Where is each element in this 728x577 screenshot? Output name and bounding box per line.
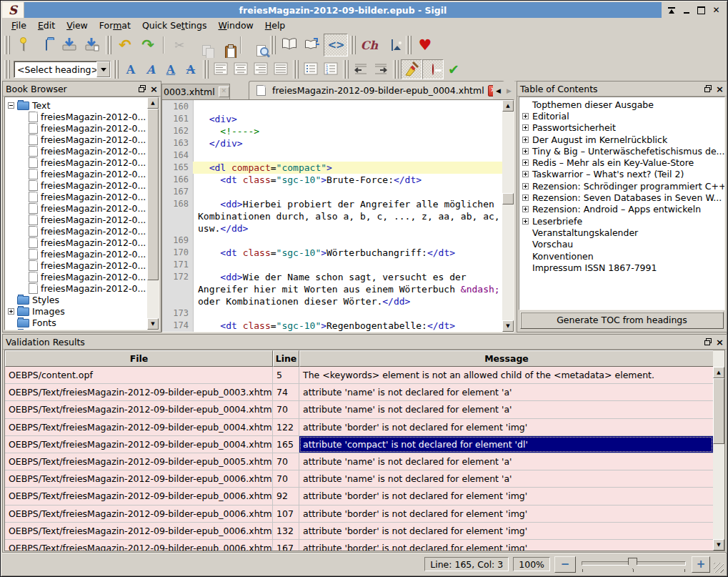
tree-file-item[interactable]: freiesMagazin-2012-0... xyxy=(5,168,159,179)
scroll-down-icon[interactable]: ▼ xyxy=(713,539,724,551)
scroll-up-icon[interactable]: ▲ xyxy=(502,100,514,112)
code-line[interactable]: 169 xyxy=(162,235,502,247)
code-line[interactable]: 161 <div> xyxy=(162,113,502,125)
table-row[interactable]: OEBPS/Text/freiesMagazin-2012-09-bilder-… xyxy=(5,419,724,436)
toc-item[interactable]: Veranstaltungskalender xyxy=(519,227,724,238)
close-panel-icon[interactable]: × xyxy=(716,84,724,94)
slider-handle[interactable] xyxy=(628,558,637,569)
expand-icon[interactable] xyxy=(8,308,14,315)
toc-item[interactable]: Vorschau xyxy=(519,239,724,250)
tree-file-item[interactable]: freiesMagazin-2012-0... xyxy=(5,248,159,260)
save-button[interactable] xyxy=(58,34,81,56)
toc-item[interactable]: Taskwarrior – What's next? (Teil 2) xyxy=(519,169,724,180)
align-center-button[interactable] xyxy=(231,60,251,79)
indent-button[interactable] xyxy=(371,60,391,79)
scroll-thumb[interactable] xyxy=(502,193,514,204)
tree-folder-item[interactable]: Misc xyxy=(5,328,159,330)
book-view-button[interactable] xyxy=(278,34,301,56)
new-file-button[interactable] xyxy=(12,34,35,56)
table-row[interactable]: OEBPS/Text/freiesMagazin-2012-09-bilder-… xyxy=(5,488,724,505)
zoom-out-button[interactable]: − xyxy=(554,556,576,573)
toolbar-grip[interactable] xyxy=(406,36,412,54)
tree-file-item[interactable]: freiesMagazin-2012-0... xyxy=(5,122,159,134)
scroll-up-icon[interactable]: ▲ xyxy=(713,367,724,378)
code-line[interactable]: 173 xyxy=(162,307,502,320)
bullet-list-button[interactable] xyxy=(301,60,321,79)
menu-edit[interactable]: Edit xyxy=(33,19,60,32)
code-line[interactable]: 162 <!----> xyxy=(162,125,502,137)
toolbar-grip[interactable] xyxy=(350,36,356,54)
tree-folder-item[interactable]: Fonts xyxy=(5,317,159,328)
tab-scroll-right-icon[interactable]: ▶ xyxy=(504,82,514,99)
code-editor[interactable]: 160161 <div>162 <!---->163 </div>164165 … xyxy=(161,99,514,332)
float-panel-icon[interactable] xyxy=(704,338,712,345)
float-panel-icon[interactable] xyxy=(704,85,712,92)
code-line[interactable]: 170 <dt class="sgc-10">Wörterbuchangriff… xyxy=(162,247,502,259)
column-header-message[interactable]: Message xyxy=(299,350,713,367)
scroll-thumb[interactable] xyxy=(713,378,724,444)
code-line[interactable]: 168 <dd>Hierbei probiert der Angreifer a… xyxy=(162,198,502,235)
underline-button[interactable]: A xyxy=(161,60,181,79)
column-header-file[interactable]: File xyxy=(5,350,273,367)
expand-icon[interactable] xyxy=(522,124,529,131)
toolbar-grip[interactable] xyxy=(4,60,10,79)
scroll-thumb[interactable] xyxy=(147,109,159,280)
toolbar-grip[interactable] xyxy=(270,36,276,54)
collapse-icon[interactable] xyxy=(8,102,14,109)
menu-file[interactable]: File xyxy=(6,19,31,32)
expand-icon[interactable] xyxy=(522,159,529,166)
tree-folder-item[interactable]: Images xyxy=(5,305,159,317)
table-row[interactable]: OEBPS/Text/freiesMagazin-2012-09-bilder-… xyxy=(5,436,724,453)
menu-format[interactable]: Format xyxy=(94,19,136,32)
toolbar-grip[interactable] xyxy=(203,60,209,79)
open-folder-button[interactable] xyxy=(35,34,58,56)
expand-icon[interactable] xyxy=(522,171,529,177)
no-clean-button[interactable] xyxy=(422,59,444,79)
outdent-button[interactable] xyxy=(351,60,371,79)
align-left-button[interactable] xyxy=(211,60,231,79)
save-as-button[interactable] xyxy=(81,34,104,56)
tree-file-item[interactable]: freiesMagazin-2012-0... xyxy=(5,225,159,237)
donate-heart-button[interactable]: ♥ xyxy=(414,34,437,56)
toc-item[interactable]: Redis – Mehr als ein Key-Value-Store xyxy=(519,157,724,168)
toc-item[interactable]: Tiny & Big – Unterwäschefetischismus de.… xyxy=(519,145,724,157)
tree-file-item[interactable]: freiesMagazin-2012-0... xyxy=(5,157,159,168)
insert-image-button[interactable] xyxy=(381,34,404,56)
table-row[interactable]: OEBPS/content.opf5The <keywords> element… xyxy=(5,367,724,384)
toc-item[interactable]: Editorial xyxy=(519,110,724,122)
split-view-button[interactable] xyxy=(301,34,324,56)
tree-folder-item[interactable]: Text xyxy=(5,99,159,111)
toc-item[interactable]: Passwortsicherheit xyxy=(519,122,724,134)
code-line[interactable]: 172 <dd>Wie der Name schon sagt, versuch… xyxy=(162,271,502,307)
code-line[interactable]: 160 xyxy=(162,101,502,113)
toolbar-grip[interactable] xyxy=(106,36,111,54)
tree-folder-item[interactable]: Styles xyxy=(5,294,159,305)
validation-scrollbar[interactable]: ▲ ▼ xyxy=(713,350,724,551)
tree-file-item[interactable]: freiesMagazin-2012-0... xyxy=(5,145,159,157)
menu-help[interactable]: Help xyxy=(260,19,291,32)
tree-file-item[interactable]: freiesMagazin-2012-0... xyxy=(5,134,159,145)
toc-item[interactable]: Rezension: Schrödinger programmiert C++ xyxy=(519,180,724,192)
table-row[interactable]: OEBPS/Text/freiesMagazin-2012-09-bilder-… xyxy=(5,453,724,470)
expand-icon[interactable] xyxy=(522,113,529,119)
table-row[interactable]: OEBPS/Text/freiesMagazin-2012-09-bilder-… xyxy=(5,384,724,401)
close-button[interactable]: ✕ xyxy=(711,5,722,15)
numbered-list-button[interactable]: 123 xyxy=(321,60,341,79)
table-row[interactable]: OEBPS/Text/freiesMagazin-2012-09-bilder-… xyxy=(5,506,724,523)
tree-file-item[interactable]: freiesMagazin-2012-0... xyxy=(5,282,159,294)
toolbar-grip[interactable] xyxy=(4,36,10,54)
expand-icon[interactable] xyxy=(522,206,529,212)
zoom-slider[interactable] xyxy=(580,556,687,572)
toc-item[interactable]: Leserbriefe xyxy=(519,215,724,227)
code-line[interactable]: 167 xyxy=(162,186,502,198)
tree-file-item[interactable]: freiesMagazin-2012-0... xyxy=(5,179,159,191)
align-right-button[interactable] xyxy=(251,60,271,79)
editor-scrollbar[interactable]: ▲ ▼ xyxy=(502,100,514,332)
table-row[interactable]: OEBPS/Text/freiesMagazin-2012-09-bilder-… xyxy=(5,523,724,540)
expand-icon[interactable] xyxy=(522,148,529,154)
close-panel-icon[interactable]: × xyxy=(716,337,724,347)
generate-toc-button[interactable]: Generate TOC from headings xyxy=(520,312,724,329)
tab-scroll-left-icon[interactable]: ◀ xyxy=(493,82,504,99)
scroll-up-icon[interactable]: ▲ xyxy=(147,97,159,109)
column-header-line[interactable]: Line xyxy=(273,350,299,367)
